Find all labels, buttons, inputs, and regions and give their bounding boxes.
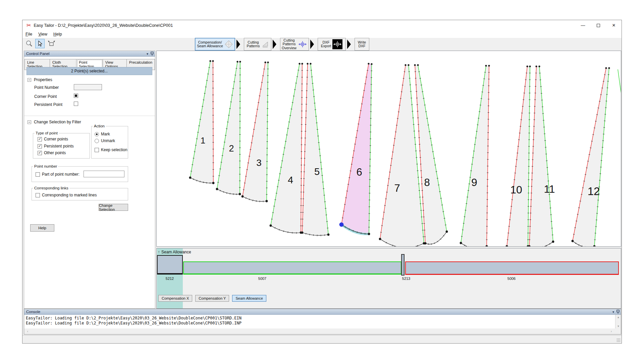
workflow-compensation-seam-allowance[interactable]: Compensation/ Seam Allowance bbox=[195, 38, 235, 51]
keep-selection-label: Keep selection bbox=[101, 147, 127, 152]
seam-bar-label: 5212 bbox=[166, 277, 174, 281]
panel-number-label: 1 bbox=[201, 135, 205, 145]
tab-compensation-x[interactable]: Compensation X bbox=[158, 295, 192, 302]
app-window: ✂ Easy Tailor - D:\2_Projekte\Easy\2020\… bbox=[22, 20, 622, 344]
collapse-chevron-icon[interactable]: ▾ bbox=[147, 52, 148, 56]
compensation-icon bbox=[224, 40, 233, 49]
panel-number-label: 10 bbox=[510, 184, 522, 196]
window-title: Easy Tailor - D:\2_Projekte\Easy\2020\03… bbox=[34, 23, 173, 28]
magnifier-icon bbox=[25, 40, 33, 47]
corresponding-to-marked-lines-checkbox[interactable] bbox=[36, 193, 40, 197]
pin-icon[interactable] bbox=[151, 52, 154, 56]
select-tool-button[interactable] bbox=[35, 39, 45, 48]
other-points-label: Other points bbox=[44, 150, 66, 155]
menu-help[interactable]: Help bbox=[50, 32, 65, 37]
workflow-arrow-icon bbox=[273, 40, 276, 49]
control-panel: Control Panel ▾ Line Selection Cloth Sel… bbox=[24, 51, 155, 309]
panel-number-label: 2 bbox=[229, 143, 234, 154]
seam-bar-label: 5007 bbox=[258, 277, 266, 281]
panel-number-label: 11 bbox=[544, 183, 555, 195]
pattern-canvas[interactable]: 123456789101112 bbox=[156, 51, 621, 247]
unmark-radio[interactable] bbox=[95, 139, 99, 143]
zoom-extents-icon bbox=[47, 40, 55, 48]
console-title: Console bbox=[26, 310, 40, 314]
scroll-down-icon[interactable]: ▼ bbox=[615, 324, 621, 329]
part-of-point-number-input[interactable] bbox=[84, 171, 124, 177]
console-log-line: EasyTailor: Loading file D:\2_Projekte\E… bbox=[26, 321, 241, 325]
action-legend: Action bbox=[93, 124, 106, 128]
menu-bar: File View Help bbox=[22, 31, 622, 38]
point-number-input[interactable] bbox=[74, 84, 102, 90]
collapse-expander-icon[interactable] bbox=[28, 120, 31, 124]
close-button[interactable]: ✕ bbox=[606, 20, 622, 31]
seam-bar-label: 5006 bbox=[507, 277, 516, 281]
pin-icon[interactable] bbox=[616, 310, 620, 314]
workflow-cutting-patterns[interactable]: Cutting Patterns bbox=[244, 38, 271, 51]
panel-number-label: 8 bbox=[424, 177, 430, 188]
scroll-right-icon[interactable]: › bbox=[608, 328, 614, 334]
cursor-icon bbox=[36, 40, 44, 47]
pattern-canvas-svg[interactable]: 123456789101112 bbox=[157, 51, 621, 247]
panel-number-label: 9 bbox=[471, 176, 477, 188]
persistent-point-checkbox[interactable] bbox=[74, 102, 78, 106]
seam-bar-5006 bbox=[405, 261, 619, 275]
properties-section-title: Properties bbox=[34, 77, 52, 82]
console-horizontal-scrollbar[interactable]: ‹ › bbox=[24, 328, 621, 334]
console-panel: Console ▾ EasyTailor: Loading file D:\2_… bbox=[24, 309, 621, 335]
workflow-label-line: Patterns bbox=[247, 44, 260, 48]
panel-number-label: 6 bbox=[356, 166, 362, 178]
mark-radio[interactable] bbox=[95, 132, 99, 136]
patterns-overview-icon bbox=[298, 40, 307, 49]
console-log-line: EasyTailor: Loading file D:\2_Projekte\E… bbox=[26, 316, 241, 320]
persistent-points-label: Persistent points bbox=[44, 144, 74, 148]
persistent-point-label: Persistent Point bbox=[34, 102, 62, 107]
section-divider bbox=[24, 116, 155, 116]
workflow-dxf-export[interactable]: DXF Export bbox=[318, 38, 346, 51]
panel-number-label: 7 bbox=[394, 182, 400, 194]
corresponding-to-marked-lines-label: Corresponding to marked lines bbox=[42, 193, 97, 197]
zoom-tool-button[interactable] bbox=[24, 39, 34, 48]
seam-view-title: Seam Allowance bbox=[161, 250, 191, 254]
change-selection-button[interactable]: Change Selection bbox=[99, 204, 128, 211]
dxf-export-icon bbox=[332, 39, 342, 49]
menu-view[interactable]: View bbox=[35, 32, 50, 37]
scroll-left-icon[interactable]: ‹ bbox=[25, 328, 31, 334]
point-number-label: Point Number bbox=[34, 85, 59, 90]
part-of-point-number-label: Part of point number: bbox=[42, 172, 79, 177]
keep-selection-checkbox[interactable] bbox=[95, 148, 99, 152]
resize-grip[interactable] bbox=[616, 338, 621, 342]
filter-section-title: Change Selection by Filter bbox=[34, 120, 81, 124]
panel-number-label: 3 bbox=[256, 158, 262, 168]
collapse-chevron-icon[interactable]: ▾ bbox=[612, 310, 614, 314]
scroll-up-icon[interactable]: ▲ bbox=[615, 315, 621, 320]
workflow-label-line: Seam Allowance bbox=[197, 44, 223, 48]
tab-seam-allowance[interactable]: Seam Allowance bbox=[232, 295, 266, 302]
collapse-expander-icon[interactable] bbox=[28, 78, 31, 82]
control-panel-title: Control Panel bbox=[26, 52, 50, 56]
cutting-patterns-icon bbox=[261, 41, 269, 48]
zoom-extents-tool-button[interactable] bbox=[47, 39, 56, 48]
minimize-button[interactable]: — bbox=[575, 20, 591, 31]
panel-number-label: 4 bbox=[288, 175, 293, 185]
corner-point-checkbox[interactable] bbox=[74, 94, 78, 98]
corner-point-label: Corner Point bbox=[34, 94, 57, 99]
help-button[interactable]: Help bbox=[30, 224, 54, 232]
workflow-write-dxf[interactable]: Write DXF bbox=[355, 38, 369, 51]
seam-divider-handle-5213[interactable] bbox=[401, 254, 405, 276]
control-panel-header: Control Panel ▾ bbox=[24, 51, 155, 57]
seam-bar-label: 5213 bbox=[402, 277, 410, 281]
scissors-app-icon: ✂ bbox=[26, 22, 31, 28]
corner-points-checkbox[interactable] bbox=[38, 137, 42, 141]
other-points-checkbox[interactable] bbox=[38, 151, 42, 155]
menu-file[interactable]: File bbox=[22, 32, 35, 37]
axis-up-arrow-icon: ↑ bbox=[158, 250, 160, 254]
console-vertical-scrollbar[interactable]: ▲ ▼ bbox=[615, 315, 621, 329]
selection-count-banner: 2 Point(s) selected... bbox=[26, 67, 152, 75]
maximize-button[interactable] bbox=[591, 20, 606, 31]
seam-bar-5007 bbox=[183, 261, 401, 275]
workflow-arrow-icon bbox=[310, 40, 314, 49]
persistent-points-checkbox[interactable] bbox=[38, 144, 42, 148]
part-of-point-number-checkbox[interactable] bbox=[36, 172, 40, 177]
tab-compensation-y[interactable]: Compensation Y bbox=[195, 295, 229, 302]
workflow-cutting-patterns-overview[interactable]: Cutting Patterns Overview bbox=[280, 38, 309, 51]
